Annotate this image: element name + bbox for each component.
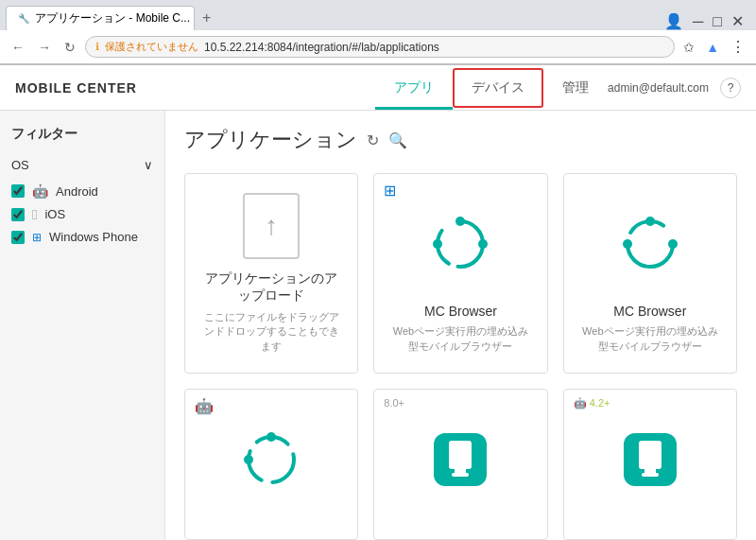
svg-point-10	[244, 455, 253, 464]
svg-rect-16	[642, 473, 659, 477]
drive-button[interactable]: ▲	[703, 38, 722, 56]
svg-point-1	[455, 217, 465, 226]
android-app2-icon	[624, 409, 677, 511]
svg-point-5	[645, 217, 655, 226]
top-nav: MOBILE CENTER アプリ デバイス 管理 admin@default.…	[0, 65, 756, 111]
tab-favicon: 🔧	[18, 13, 29, 24]
url-box[interactable]: ℹ 保護されていません 10.5.22.214:8084/integration…	[85, 36, 675, 58]
android-icon: 🤖	[32, 183, 48, 199]
svg-point-2	[478, 239, 488, 249]
app-card-android-2[interactable]: 🤖 4.2+	[563, 389, 737, 540]
mc-browser-ios-icon	[622, 193, 679, 294]
chevron-down-icon: ∨	[144, 158, 153, 172]
ios-label: iOS	[44, 207, 65, 221]
active-tab[interactable]: 🔧 アプリケーション - Mobile C... ✕	[6, 6, 195, 30]
svg-point-0	[438, 221, 483, 267]
svg-point-3	[433, 239, 442, 249]
bookmark-button[interactable]: ✩	[680, 38, 697, 56]
more-button[interactable]: ⋮	[728, 38, 748, 56]
android-version-badge-2: 🤖 4.2+	[574, 397, 610, 409]
browser-action-buttons: ✩ ▲ ⋮	[680, 38, 748, 56]
winphone-label: Windows Phone	[49, 230, 138, 244]
upload-icon-box: ↑	[243, 193, 300, 259]
url-prefix: 保護されていません	[105, 40, 198, 54]
os-filter-label: OS ∨	[11, 158, 153, 172]
address-bar: ← → ↻ ℹ 保護されていません 10.5.22.214:8084/integ…	[0, 30, 756, 64]
brand-logo: MOBILE CENTER	[15, 80, 375, 96]
svg-point-9	[266, 432, 276, 442]
upload-card-desc: ここにファイルをドラッグアンドドロップすることもできます	[200, 310, 342, 354]
filter-ios[interactable]:  iOS	[11, 202, 153, 226]
app-card-mc-browser-ios[interactable]: MC Browser Webページ実行用の埋め込み型モバイルブラウザー	[563, 173, 737, 374]
android-app1-icon	[243, 409, 300, 511]
ios-checkbox[interactable]	[11, 208, 25, 221]
refresh-icon[interactable]: ↻	[367, 131, 379, 149]
sidebar-title: フィルター	[11, 126, 153, 143]
refresh-button[interactable]: ↻	[60, 38, 79, 57]
android-label: Android	[56, 184, 98, 199]
new-tab-button[interactable]: +	[195, 6, 218, 30]
browser-window-controls: 👤 ─ □ ✕	[658, 12, 750, 30]
upload-arrow-icon: ↑	[265, 211, 278, 241]
winphone-checkbox[interactable]	[11, 231, 25, 244]
search-icon[interactable]: 🔍	[388, 131, 407, 149]
svg-rect-13	[452, 473, 469, 477]
close-button[interactable]: ✕	[729, 12, 747, 30]
tab-apps[interactable]: アプリ	[375, 66, 453, 110]
nav-tabs: アプリ デバイス 管理	[375, 66, 608, 110]
app-card-ios-1[interactable]: 8.0+	[373, 389, 547, 540]
main-content: フィルター OS ∨ 🤖 Android  iOS ⊞ Windows Pho…	[0, 111, 756, 540]
app-card-mc-browser-win[interactable]: ⊞ MC Browser Webページ実行用の埋め込み型モバイルブラウザー	[373, 173, 547, 374]
user-label: admin@default.com	[608, 81, 709, 95]
nav-right: admin@default.com ?	[608, 78, 741, 98]
svg-point-8	[249, 437, 294, 482]
mc-browser-win-name: MC Browser	[424, 304, 497, 319]
svg-rect-11	[449, 441, 472, 469]
browser-chrome: 🔧 アプリケーション - Mobile C... ✕ + 👤 ─ □ ✕ ← →…	[0, 0, 756, 65]
app-card-android-1[interactable]: 🤖	[184, 389, 358, 540]
app-container: MOBILE CENTER アプリ デバイス 管理 admin@default.…	[0, 65, 756, 540]
svg-rect-14	[639, 441, 662, 469]
mc-browser-ios-desc: Webページ実行用の埋め込み型モバイルブラウザー	[579, 324, 721, 354]
mc-browser-ios-name: MC Browser	[613, 304, 686, 319]
svg-point-6	[668, 239, 678, 249]
upload-card-name: アプリケーションのアップロード	[200, 270, 342, 305]
tab-bar: 🔧 アプリケーション - Mobile C... ✕ + 👤 ─ □ ✕	[0, 0, 756, 30]
security-icon: ℹ	[95, 41, 99, 53]
page-title: アプリケーション	[184, 126, 357, 154]
tab-title: アプリケーション - Mobile C...	[35, 10, 190, 26]
content-header: アプリケーション ↻ 🔍	[184, 126, 737, 154]
app-grid: ↑ アプリケーションのアップロード ここにファイルをドラッグアンドドロップするこ…	[184, 173, 737, 540]
upload-card[interactable]: ↑ アプリケーションのアップロード ここにファイルをドラッグアンドドロップするこ…	[184, 173, 358, 374]
apple-icon: 	[32, 206, 37, 222]
windows-icon: ⊞	[32, 231, 42, 244]
svg-point-4	[627, 221, 673, 267]
svg-point-7	[623, 239, 632, 249]
maximize-button[interactable]: □	[710, 13, 725, 30]
svg-rect-15	[644, 469, 656, 473]
profile-button[interactable]: 👤	[662, 12, 686, 30]
minimize-button[interactable]: ─	[690, 13, 706, 30]
mc-browser-win-icon	[432, 193, 489, 294]
tab-admin[interactable]: 管理	[543, 66, 608, 110]
windows-platform-badge: ⊞	[384, 182, 396, 200]
mc-browser-win-desc: Webページ実行用の埋め込み型モバイルブラウザー	[389, 324, 531, 354]
back-button[interactable]: ←	[8, 38, 28, 57]
android-platform-badge-1: 🤖	[195, 397, 214, 415]
ios-version-badge-1: 8.0+	[384, 397, 404, 409]
ios-app1-icon	[434, 409, 487, 511]
svg-rect-12	[455, 469, 466, 473]
android-checkbox[interactable]	[11, 184, 25, 198]
sidebar: フィルター OS ∨ 🤖 Android  iOS ⊞ Windows Pho…	[0, 111, 165, 540]
forward-button[interactable]: →	[34, 38, 55, 57]
filter-winphone[interactable]: ⊞ Windows Phone	[11, 226, 153, 248]
url-text: 10.5.22.214:8084/integration/#/lab/appli…	[204, 41, 664, 54]
filter-android[interactable]: 🤖 Android	[11, 180, 153, 202]
content-area: アプリケーション ↻ 🔍 ↑ アプリケーションのアップロード ここにファイルをド…	[165, 111, 756, 540]
help-button[interactable]: ?	[720, 78, 741, 98]
tab-devices[interactable]: デバイス	[453, 68, 543, 108]
